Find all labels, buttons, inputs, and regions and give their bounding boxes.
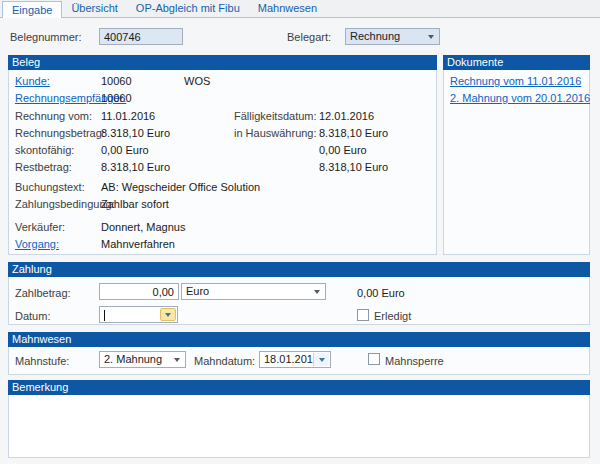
datum-input[interactable]	[99, 306, 178, 323]
zahlung-section: Zahlung Zahlbetrag: Euro 0,00 Euro Datum…	[8, 262, 590, 325]
invoice-detail-window: Eingabe Übersicht OP-Abgleich mit Fibu M…	[0, 0, 600, 464]
dokumente-section-body: Rechnung vom 11.01.2016 2. Mahnung vom 2…	[443, 70, 590, 255]
dokument-link-rechnung[interactable]: Rechnung vom 11.01.2016	[450, 75, 581, 87]
calendar-dropdown-button[interactable]	[160, 308, 176, 321]
calendar-dropdown-button[interactable]	[313, 353, 329, 366]
dokument-link-mahnung[interactable]: 2. Mahnung vom 20.01.2016	[450, 92, 590, 104]
mahnstufe-label: Mahnstufe:	[15, 355, 69, 367]
verkaeufer-value: Donnert, Magnus	[101, 221, 185, 233]
mahnwesen-section-body: Mahnstufe: 2. Mahnung Mahndatum: 18.01.2…	[8, 347, 590, 375]
rechnungsempfaenger-number: 10060	[101, 92, 132, 104]
bemerkung-section-title: Bemerkung	[8, 380, 590, 395]
mahnstufe-select[interactable]: 2. Mahnung	[99, 351, 186, 368]
mahndatum-label: Mahndatum:	[194, 355, 255, 367]
rechnungsbetrag-label: Rechnungsbetrag:	[15, 127, 105, 139]
belegart-label: Belegart:	[287, 31, 331, 43]
kunde-number: 10060	[101, 75, 132, 87]
zahlbetrag-total: 0,00 Euro	[357, 287, 405, 299]
zahlung-section-title: Zahlung	[8, 262, 590, 277]
hauswaehrung-label: in Hauswährung:	[234, 127, 317, 139]
tab-bar: Eingabe Übersicht OP-Abgleich mit Fibu M…	[0, 0, 600, 18]
vorgang-value: Mahnverfahren	[101, 238, 175, 250]
zahlungsbedingung-value: Zahlbar sofort	[101, 198, 169, 210]
vorgang-link[interactable]: Vorgang:	[15, 238, 59, 250]
datum-label: Datum:	[15, 310, 50, 322]
verkaeufer-label: Verkäufer:	[15, 221, 65, 233]
skontofaehig-value: 0,00 Euro	[101, 144, 149, 156]
faelligkeitsdatum-value: 12.01.2016	[319, 110, 374, 122]
tab-mahnwesen[interactable]: Mahnwesen	[249, 0, 326, 17]
waehrung-select[interactable]: Euro	[181, 283, 326, 300]
erledigt-checkbox[interactable]	[357, 309, 369, 321]
tab-uebersicht[interactable]: Übersicht	[62, 0, 126, 17]
restbetrag-value: 8.318,10 Euro	[101, 161, 170, 173]
dokumente-section-title: Dokumente	[443, 55, 590, 70]
mahnwesen-section-title: Mahnwesen	[8, 332, 590, 347]
kunde-code: WOS	[184, 75, 210, 87]
tab-eingabe[interactable]: Eingabe	[2, 1, 62, 18]
chevron-down-icon	[319, 358, 325, 362]
rechnung-vom-label: Rechnung vom:	[15, 110, 92, 122]
chevron-down-icon	[314, 290, 320, 294]
faelligkeitsdatum-label: Fälligkeitsdatum:	[234, 110, 317, 122]
waehrung-value: Euro	[186, 285, 209, 297]
belegart-select[interactable]: Rechnung	[345, 28, 440, 45]
zahlbetrag-input[interactable]	[99, 283, 179, 300]
restbetrag-label: Restbetrag:	[15, 161, 72, 173]
zahlbetrag-label: Zahlbetrag:	[15, 287, 71, 299]
buchungstext-value: AB: Wegscheider Office Solution	[101, 181, 260, 193]
chevron-down-icon	[428, 35, 434, 39]
belegnummer-input[interactable]	[99, 28, 183, 45]
rechnungsbetrag-value: 8.318,10 Euro	[101, 127, 170, 139]
mahnsperre-label: Mahnsperre	[385, 355, 444, 367]
mahnstufe-value: 2. Mahnung	[104, 353, 162, 365]
restbetrag-hauswaehrung-value: 8.318,10 Euro	[319, 161, 388, 173]
zahlung-section-body: Zahlbetrag: Euro 0,00 Euro Datum: Erledi…	[8, 277, 590, 325]
hauswaehrung-betrag-value: 8.318,10 Euro	[319, 127, 388, 139]
beleg-section: Beleg Kunde: 10060 WOS Rechnungsempfänge…	[8, 55, 437, 255]
belegart-value: Rechnung	[350, 30, 400, 42]
beleg-section-body: Kunde: 10060 WOS Rechnungsempfänger: 100…	[8, 70, 437, 255]
kunde-link[interactable]: Kunde:	[15, 75, 50, 87]
buchungstext-label: Buchungstext:	[15, 181, 85, 193]
bemerkung-textarea[interactable]	[8, 395, 590, 458]
belegnummer-label: Belegnummer:	[10, 31, 82, 43]
text-caret	[104, 310, 105, 321]
zahlungsbedingung-label: Zahlungsbedingung:	[15, 198, 115, 210]
mahnwesen-section: Mahnwesen Mahnstufe: 2. Mahnung Mahndatu…	[8, 332, 590, 375]
mahndatum-input[interactable]: 18.01.2016	[259, 351, 331, 368]
dokumente-section: Dokumente Rechnung vom 11.01.2016 2. Mah…	[443, 55, 590, 255]
chevron-down-icon	[165, 313, 171, 317]
bemerkung-section: Bemerkung	[8, 380, 590, 458]
skontofaehig-hauswaehrung-value: 0,00 Euro	[319, 144, 367, 156]
mahnsperre-checkbox[interactable]	[368, 353, 380, 365]
erledigt-label: Erledigt	[374, 310, 411, 322]
chevron-down-icon	[174, 358, 180, 362]
mahndatum-value: 18.01.2016	[264, 353, 319, 365]
skontofaehig-label: skontofähig:	[15, 144, 74, 156]
rechnung-vom-value: 11.01.2016	[101, 110, 155, 122]
tab-op-abgleich-mit-fibu[interactable]: OP-Abgleich mit Fibu	[127, 0, 249, 17]
beleg-section-title: Beleg	[8, 55, 437, 70]
